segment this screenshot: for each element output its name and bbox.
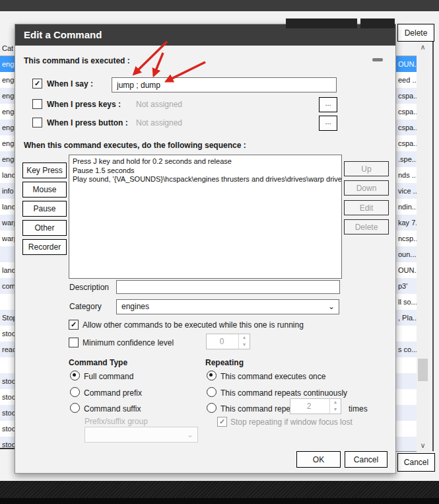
list-item[interactable]: engi [0,72,15,88]
list-item[interactable]: stoc [0,437,15,449]
spin-down-icon[interactable]: ▾ [330,406,341,414]
allow-other-commands-checkbox[interactable] [69,320,79,330]
list-item[interactable]: land [0,167,15,183]
action-sequence-list[interactable]: Press J key and hold for 0.2 seconds and… [69,155,342,279]
min-confidence-checkbox[interactable] [69,338,79,347]
repeats-n-times-radio[interactable] [207,403,217,413]
list-item[interactable]: reac [0,342,15,357]
spoken-phrase-input[interactable] [112,77,337,92]
list-item[interactable]: engi [0,88,15,104]
list-item[interactable] [396,373,417,389]
list-item[interactable]: engi [0,151,15,167]
list-item[interactable]: engi [0,56,15,72]
description-input[interactable] [116,280,340,294]
list-item[interactable] [396,389,417,405]
list-item[interactable]: OUN... [396,56,417,72]
background-cancel-button[interactable]: Cancel [397,453,435,472]
list-item[interactable]: stoc [0,421,15,437]
collapse-section-icon[interactable] [372,58,383,61]
delete-command-button[interactable]: Delete [397,24,434,42]
recorder-button[interactable]: Recorder [22,239,67,255]
list-item[interactable]: stoc [0,326,15,342]
list-item[interactable]: stoc [0,389,15,405]
confidence-spinner[interactable]: 0 ▴ ▾ [206,334,250,349]
list-item[interactable] [396,326,417,342]
assign-button-button[interactable]: ... [319,116,337,131]
list-item[interactable]: engi [0,104,15,120]
stop-repeating-checkbox[interactable] [217,417,227,427]
full-command-radio[interactable] [70,371,80,380]
move-down-button[interactable]: Down [344,180,389,196]
list-item[interactable]: cspa... [396,135,417,151]
sequence-section-label: When this command executes, do the follo… [24,141,246,150]
list-item[interactable]: land [0,262,15,278]
mouse-button[interactable]: Mouse [22,182,67,198]
spinner-arrows[interactable]: ▴ ▾ [238,334,250,349]
list-item[interactable]: oun... [396,246,417,262]
ok-button[interactable]: OK [296,451,341,468]
list-item[interactable]: cspa... [396,88,417,104]
scroll-down-icon[interactable]: ∨ [417,439,429,451]
other-button[interactable]: Other [22,220,67,236]
list-item[interactable]: .spe... [396,151,417,167]
spin-up-icon[interactable]: ▴ [239,334,250,342]
executes-once-radio[interactable] [207,371,217,380]
list-item[interactable]: engi [0,135,15,151]
list-item[interactable] [396,357,417,373]
scroll-up-icon[interactable]: ∧ [417,41,429,53]
pause-button[interactable]: Pause [22,201,67,217]
when-i-say-label: When I say : [47,79,93,89]
list-item[interactable]: kay 7... [396,215,417,231]
when-press-keys-checkbox[interactable] [32,99,42,109]
repeat-times-spinner[interactable]: 2 ▴ ▾ [290,398,341,414]
move-up-button[interactable]: Up [344,161,389,176]
list-item[interactable]: ndin... [396,199,417,215]
list-item[interactable]: com [0,278,15,294]
list-item[interactable] [396,421,417,437]
scrollbar-thumb[interactable] [418,359,428,381]
key-press-button[interactable]: Key Press [22,162,67,178]
list-item[interactable]: cspa... [396,104,417,120]
list-item[interactable] [396,405,417,421]
spin-down-icon[interactable]: ▾ [239,342,250,349]
full-command-label: Full command [84,372,133,381]
dialog-cancel-button[interactable]: Cancel [345,451,388,468]
list-item[interactable] [0,246,15,262]
when-press-button-checkbox[interactable] [32,118,42,127]
list-item[interactable]: OUN... [396,262,417,278]
list-item[interactable]: eed ... [396,72,417,88]
list-item[interactable]: stoc [0,405,15,421]
list-item[interactable]: p3' [396,278,417,294]
list-item[interactable] [396,437,417,452]
list-item[interactable]: engi [0,120,15,135]
column-header-category[interactable]: Cat [0,41,15,56]
list-item[interactable]: warp [0,231,15,246]
list-item[interactable]: stoc [0,373,15,389]
list-item[interactable]: ncsp... [396,231,417,246]
category-select[interactable]: engines ⌄ [116,299,339,314]
list-item[interactable]: vice ... [396,183,417,199]
command-list-right-column: OUN...eed ...cspa...cspa...cspa...cspa..… [396,41,417,452]
list-item[interactable]: land [0,199,15,215]
edit-action-button[interactable]: Edit [344,200,389,215]
list-item[interactable]: cspa... [396,120,417,135]
prefix-suffix-group-select[interactable]: ⌄ [84,427,198,443]
list-scrollbar[interactable]: ∧ ∨ [417,41,429,451]
command-prefix-radio[interactable] [70,387,80,397]
spin-up-icon[interactable]: ▴ [330,399,341,406]
list-item[interactable]: Stop [0,310,15,326]
repeats-continuously-radio[interactable] [207,387,217,397]
list-item[interactable] [0,357,15,373]
spinner-arrows[interactable]: ▴ ▾ [329,399,341,414]
list-item[interactable]: nds ... [396,167,417,183]
list-item[interactable]: ll so... [396,294,417,310]
list-item[interactable]: , Pla... [396,310,417,326]
list-item[interactable]: info [0,183,15,199]
assign-keys-button[interactable]: ... [319,97,337,112]
list-item[interactable] [0,294,15,310]
list-item[interactable]: s co... [396,342,417,357]
command-suffix-radio[interactable] [70,403,80,413]
delete-action-button[interactable]: Delete [344,219,389,234]
when-i-say-checkbox[interactable] [32,79,42,89]
list-item[interactable]: warp [0,215,15,231]
